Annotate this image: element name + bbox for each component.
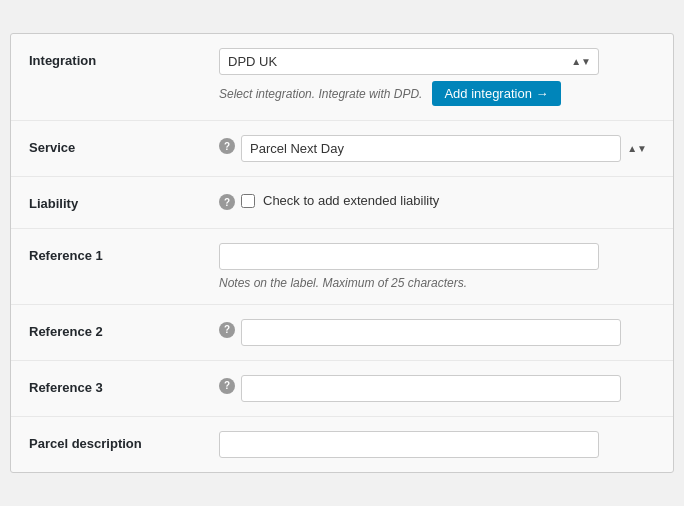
- liability-field-wrapper: ? Check to add extended liability: [219, 191, 655, 210]
- integration-select-container: DPD UK DPD Local DPD International ▲▼: [219, 48, 599, 75]
- service-select-container: Parcel Next Day Parcel 2 Day Parcel Satu…: [241, 135, 655, 162]
- reference2-row: Reference 2 ?: [11, 305, 673, 361]
- liability-label: Liability: [29, 191, 219, 213]
- integration-row: Integration DPD UK DPD Local DPD Interna…: [11, 34, 673, 121]
- liability-help-icon[interactable]: ?: [219, 194, 235, 210]
- parcel-description-field: [219, 431, 655, 458]
- reference2-help-icon[interactable]: ?: [219, 322, 235, 338]
- reference2-field: [241, 319, 655, 346]
- liability-row: Liability ? Check to add extended liabil…: [11, 177, 673, 228]
- service-row: Service ? Parcel Next Day Parcel 2 Day P…: [11, 121, 673, 177]
- reference3-label: Reference 3: [29, 375, 219, 397]
- reference1-label: Reference 1: [29, 243, 219, 265]
- reference1-hint: Notes on the label. Maximum of 25 charac…: [219, 276, 655, 290]
- add-integration-button[interactable]: Add integration →: [432, 81, 560, 106]
- service-select-arrows: ▲▼: [627, 144, 647, 154]
- parcel-description-row: Parcel description: [11, 417, 673, 472]
- integration-field: DPD UK DPD Local DPD International ▲▼ Se…: [219, 48, 655, 106]
- reference1-field: Notes on the label. Maximum of 25 charac…: [219, 243, 655, 290]
- reference1-row: Reference 1 Notes on the label. Maximum …: [11, 229, 673, 305]
- service-field-wrapper: ? Parcel Next Day Parcel 2 Day Parcel Sa…: [219, 135, 655, 162]
- integration-hint-text: Select integration. Integrate with DPD.: [219, 87, 422, 101]
- reference2-field-wrapper: ?: [219, 319, 655, 346]
- reference3-field: [241, 375, 655, 402]
- reference3-input[interactable]: [241, 375, 621, 402]
- reference1-input[interactable]: [219, 243, 599, 270]
- service-help-icon[interactable]: ?: [219, 138, 235, 154]
- liability-checkbox-wrapper: Check to add extended liability: [241, 191, 655, 208]
- service-label: Service: [29, 135, 219, 157]
- form-container: Integration DPD UK DPD Local DPD Interna…: [10, 33, 674, 472]
- integration-hint-row: Select integration. Integrate with DPD. …: [219, 81, 655, 106]
- liability-checkbox[interactable]: [241, 194, 255, 208]
- reference3-help-icon[interactable]: ?: [219, 378, 235, 394]
- integration-label: Integration: [29, 48, 219, 70]
- service-select[interactable]: Parcel Next Day Parcel 2 Day Parcel Satu…: [241, 135, 621, 162]
- liability-field: Check to add extended liability: [241, 191, 655, 208]
- parcel-description-label: Parcel description: [29, 431, 219, 453]
- liability-checkbox-label: Check to add extended liability: [263, 193, 439, 208]
- service-field: Parcel Next Day Parcel 2 Day Parcel Satu…: [241, 135, 655, 162]
- parcel-description-input[interactable]: [219, 431, 599, 458]
- integration-select-wrapper: DPD UK DPD Local DPD International ▲▼: [219, 48, 655, 75]
- reference3-field-wrapper: ?: [219, 375, 655, 402]
- integration-select[interactable]: DPD UK DPD Local DPD International: [219, 48, 599, 75]
- reference2-input[interactable]: [241, 319, 621, 346]
- reference2-label: Reference 2: [29, 319, 219, 341]
- reference3-row: Reference 3 ?: [11, 361, 673, 417]
